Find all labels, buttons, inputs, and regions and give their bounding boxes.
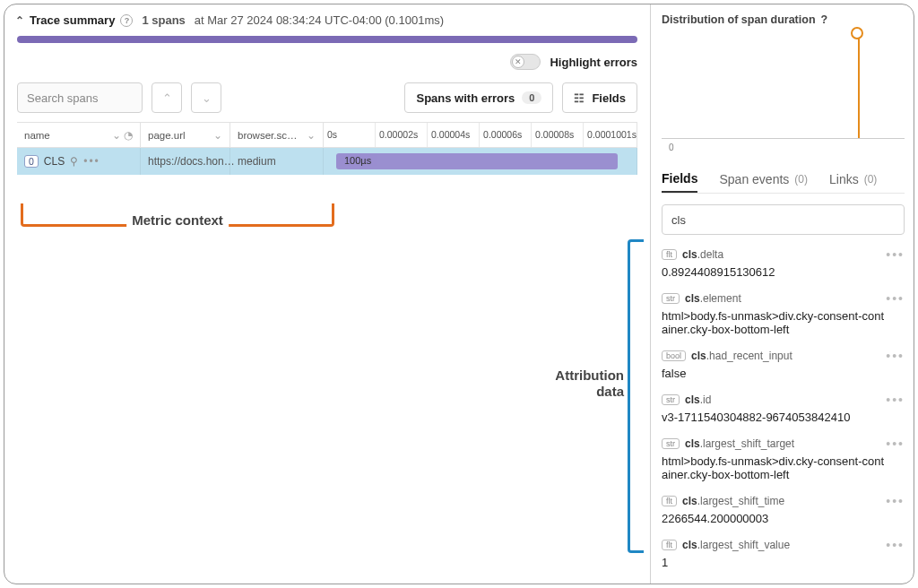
spans-count: 1 spans	[142, 13, 185, 27]
fields-columns-button[interactable]: ☷ Fields	[562, 82, 637, 113]
cell-timeline: 100µs	[324, 148, 637, 175]
tab-links[interactable]: Links(0)	[829, 166, 877, 193]
time-tick: 0s	[324, 123, 375, 147]
field-value: html>body.fs-unmask>div.cky-consent-cont…	[662, 309, 886, 336]
field-value: 1	[662, 556, 886, 569]
field-item[interactable]: boolcls.had_recent_input•••false	[662, 349, 905, 380]
time-tick: 0.00004s	[427, 123, 479, 147]
waterfall-table: name ⌄ ◔ page.url ⌄ browser.sc… ⌄ 0s0.00…	[17, 122, 637, 175]
field-item[interactable]: fltcls.delta•••0.8924408915130612	[662, 247, 905, 279]
distribution-marker	[858, 31, 860, 138]
table-row[interactable]: 0 CLS ⚲ ••• https://docs.hon… medium 100…	[17, 148, 637, 175]
error-count-badge: 0	[522, 91, 541, 104]
time-tick: 0.00006s	[479, 123, 531, 147]
highlight-errors-label: Highlight errors	[550, 56, 637, 69]
chevron-down-icon[interactable]: ⌄	[307, 129, 316, 142]
trace-header: ⌃ Trace summary ? 1 spans at Mar 27 2024…	[15, 13, 639, 27]
chevron-down-icon[interactable]: ⌄	[213, 129, 222, 142]
x-axis-label: 0	[669, 143, 674, 152]
chevron-down-icon: ⌄	[202, 91, 212, 105]
more-icon[interactable]: •••	[886, 437, 905, 451]
search-input[interactable]: Search spans	[17, 82, 143, 113]
next-button[interactable]: ⌄	[191, 82, 221, 113]
cell-name: 0 CLS ⚲ •••	[17, 148, 141, 175]
table-header: name ⌄ ◔ page.url ⌄ browser.sc… ⌄ 0s0.00…	[17, 123, 637, 148]
type-badge: str	[662, 293, 680, 304]
type-badge: str	[662, 394, 680, 405]
field-name: cls.largest_shift_time	[682, 495, 784, 507]
col-browser[interactable]: browser.sc… ⌄	[230, 123, 324, 147]
help-icon[interactable]: ?	[120, 14, 133, 27]
field-item[interactable]: strcls.id•••v3-1711540304882-96740538424…	[662, 393, 905, 424]
field-item[interactable]: fltcls.largest_shift_time•••2266544.2000…	[662, 494, 905, 525]
field-value: false	[662, 367, 886, 380]
type-badge: flt	[662, 496, 677, 506]
more-icon[interactable]: •••	[886, 538, 905, 552]
field-name: cls.largest_shift_value	[682, 539, 790, 551]
depth-badge: 0	[24, 155, 39, 168]
cell-page-url: https://docs.hon…	[141, 148, 230, 175]
more-icon[interactable]: •••	[83, 155, 100, 168]
distribution-title: Distribution of span duration ?	[662, 13, 905, 26]
time-tick: 0.0001001s	[583, 123, 637, 147]
tab-span-events[interactable]: Span events(0)	[719, 166, 808, 193]
type-badge: flt	[662, 540, 677, 550]
help-icon[interactable]: ?	[821, 13, 828, 26]
toggle-switch[interactable]: ✕	[510, 54, 541, 70]
trace-timestamp: at Mar 27 2024 08:34:24 UTC-04:00 (0.100…	[195, 13, 444, 27]
type-badge: str	[662, 438, 680, 449]
columns-icon: ☷	[574, 91, 585, 105]
fields-list: fltcls.delta•••0.8924408915130612strcls.…	[662, 247, 905, 584]
tab-fields[interactable]: Fields	[662, 166, 697, 193]
time-tick: 0.00008s	[531, 123, 583, 147]
cell-browser: medium	[230, 148, 324, 175]
zoom-icon[interactable]: ⚲	[70, 155, 78, 168]
trace-progress-bar	[17, 36, 637, 43]
field-name: cls.delta	[682, 248, 723, 261]
more-icon[interactable]: •••	[886, 349, 905, 363]
field-name: cls.id	[685, 393, 711, 406]
chevron-up-icon[interactable]: ⌃	[15, 14, 24, 27]
field-value: v3-1711540304882-9674053842410	[662, 411, 886, 424]
span-duration-label: 100µs	[339, 155, 377, 166]
field-name: cls.element	[685, 292, 741, 305]
type-badge: bool	[662, 350, 686, 361]
more-icon[interactable]: •••	[886, 291, 905, 306]
distribution-chart[interactable]: 0	[662, 31, 905, 139]
field-item[interactable]: strcls.largest_shift_target•••html>body.…	[662, 437, 905, 481]
span-duration-bar[interactable]: 100µs	[336, 153, 618, 169]
field-value: 2266544.200000003	[662, 512, 886, 525]
spans-with-errors-button[interactable]: Spans with errors 0	[404, 82, 553, 113]
span-name: CLS	[44, 155, 65, 168]
col-name[interactable]: name ⌄ ◔	[17, 123, 141, 147]
annotation-metric-context: Metric context	[21, 203, 334, 227]
field-name: cls.had_recent_input	[691, 350, 792, 362]
right-tabs: Fields Span events(0) Links(0)	[662, 166, 905, 194]
field-value: 0.8924408915130612	[662, 265, 886, 279]
filter-icon[interactable]: ◔	[124, 129, 133, 142]
trace-title: Trace summary	[30, 13, 115, 27]
type-badge: flt	[662, 249, 677, 260]
close-icon: ✕	[512, 56, 524, 68]
field-name: cls.largest_shift_target	[685, 437, 794, 450]
col-page-url[interactable]: page.url ⌄	[141, 123, 230, 147]
field-item[interactable]: fltcls.largest_shift_value•••1	[662, 538, 905, 569]
time-tick: 0.00002s	[375, 123, 427, 147]
highlight-errors-toggle[interactable]: ✕ Highlight errors	[510, 54, 637, 70]
col-timeline: 0s0.00002s0.00004s0.00006s0.00008s0.0001…	[324, 123, 637, 147]
field-item[interactable]: strcls.element•••html>body.fs-unmask>div…	[662, 291, 905, 336]
prev-button[interactable]: ⌃	[152, 82, 182, 113]
fields-filter-input[interactable]: cls	[662, 204, 905, 235]
field-value: html>body.fs-unmask>div.cky-consent-cont…	[662, 454, 886, 481]
chevron-down-icon[interactable]: ⌄	[112, 129, 121, 142]
more-icon[interactable]: •••	[886, 393, 905, 407]
more-icon[interactable]: •••	[886, 494, 905, 508]
chevron-up-icon: ⌃	[162, 91, 172, 105]
more-icon[interactable]: •••	[886, 247, 905, 262]
